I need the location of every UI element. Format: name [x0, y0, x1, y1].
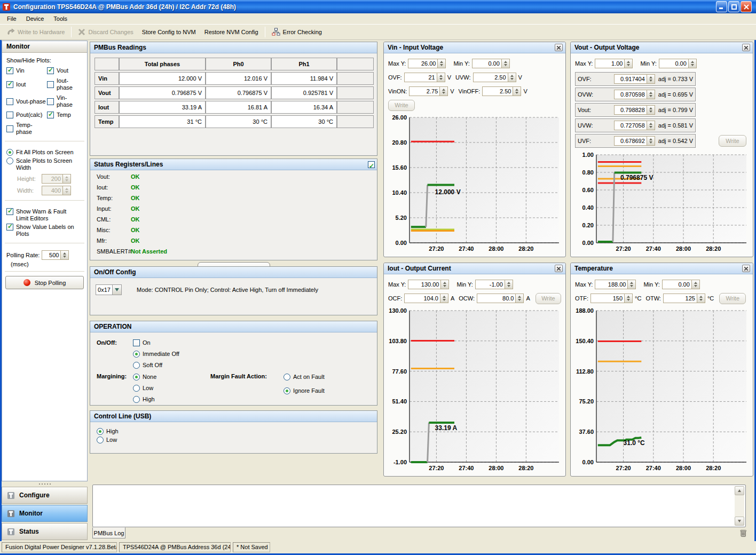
vout-ovf-field[interactable]: 0.917404	[614, 74, 647, 84]
maximize-button[interactable]	[728, 1, 739, 12]
vout-uvw-spinner[interactable]	[647, 121, 655, 130]
vout-min-y-field[interactable]: 0.00	[659, 59, 689, 68]
vout-min-y-spinner[interactable]	[689, 59, 697, 68]
ocw-spinner[interactable]	[516, 294, 524, 303]
restore-nvm-config-button[interactable]: Restore NVM Config	[200, 27, 263, 37]
radio-fit-all-plots[interactable]: Fit All Plots on Screen	[6, 149, 83, 156]
nav-configure[interactable]: Configure	[2, 487, 88, 504]
menu-device[interactable]: Device	[21, 14, 49, 23]
iout-min-y-field[interactable]: -1.00	[475, 280, 505, 289]
iout-write-button[interactable]: Write	[536, 293, 561, 304]
vin-uvw-spinner[interactable]	[508, 73, 516, 82]
checkbox-iout[interactable]: Iout	[6, 77, 46, 91]
width-spinner[interactable]	[63, 186, 71, 195]
checkbox-vin-phase[interactable]: Vin-phase	[47, 94, 83, 108]
radio-control-low[interactable]: Low	[97, 437, 371, 443]
radio-control-high[interactable]: High	[97, 428, 371, 435]
ocf-spinner[interactable]	[440, 294, 448, 303]
otf-spinner[interactable]	[625, 294, 633, 303]
temp-max-y-spinner[interactable]	[628, 280, 636, 289]
minimize-button[interactable]	[716, 1, 727, 12]
otw-spinner[interactable]	[697, 294, 705, 303]
store-config-to-nvm-button[interactable]: Store Config to NVM	[138, 27, 200, 37]
checkbox-temp-phase[interactable]: Temp-phase	[6, 122, 46, 136]
vout-vout-field[interactable]: 0.798828	[614, 105, 647, 115]
otw-field[interactable]: 125	[663, 294, 697, 303]
write-to-hardware-button[interactable]: Write to Hardware	[2, 26, 69, 38]
checkbox-vin[interactable]: Vin	[6, 67, 46, 74]
width-field[interactable]: 400	[42, 186, 63, 195]
radio-ignore-fault[interactable]: Ignore Fault	[284, 387, 325, 394]
nav-status[interactable]: Status	[2, 523, 88, 540]
pmbus-log-box[interactable]	[92, 485, 746, 527]
menu-file[interactable]: File	[2, 14, 21, 23]
vin-write-button[interactable]: Write	[388, 100, 415, 111]
vin-min-y-spinner[interactable]	[502, 59, 510, 68]
vout-ovw-spinner[interactable]	[647, 90, 655, 99]
vinon-spinner[interactable]	[440, 86, 448, 96]
temp-write-button[interactable]: Write	[719, 293, 746, 304]
iout-max-y-field[interactable]: 130.00	[408, 280, 441, 289]
checkbox-vout-phase[interactable]: Vout-phase	[6, 94, 46, 108]
radio-scale-plots[interactable]: Scale Plots to Screen Width	[6, 157, 83, 171]
close-icon[interactable]	[555, 265, 563, 272]
vout-write-button[interactable]: Write	[719, 135, 746, 147]
discard-changes-button[interactable]: Discard Changes	[74, 27, 137, 37]
vout-max-y-spinner[interactable]	[625, 59, 633, 68]
menu-tools[interactable]: Tools	[49, 14, 72, 23]
vout-vout-spinner[interactable]	[647, 105, 655, 115]
vout-ovf-spinner[interactable]	[647, 74, 655, 84]
radio-margining-high[interactable]: High	[133, 396, 155, 403]
checkbox-on[interactable]: On	[133, 339, 151, 346]
checkbox-iout-phase[interactable]: Iout-phase	[47, 77, 83, 91]
polling-rate-spinner[interactable]	[61, 250, 69, 260]
sidebar-splitter-handle[interactable]	[2, 482, 88, 486]
status-registers-checkbox[interactable]	[368, 161, 375, 168]
close-icon[interactable]	[555, 44, 563, 51]
vout-uvf-spinner[interactable]	[647, 136, 655, 146]
log-scrollbar[interactable]	[735, 486, 744, 526]
vinoff-spinner[interactable]	[513, 86, 521, 96]
checkbox-pout-calc[interactable]: Pout(calc)	[6, 112, 46, 118]
vout-ovw-field[interactable]: 0.870598	[614, 90, 647, 99]
otf-field[interactable]: 150	[590, 294, 625, 303]
vout-uvf-field[interactable]: 0.678692	[614, 136, 647, 146]
error-checking-button[interactable]: Error Checking	[267, 26, 326, 38]
radio-margining-none[interactable]: None	[133, 374, 156, 380]
vin-max-y-spinner[interactable]	[438, 59, 446, 68]
ocf-field[interactable]: 104.0	[404, 294, 440, 303]
vinoff-field[interactable]: 2.50	[482, 86, 513, 96]
polling-rate-field[interactable]: 500	[42, 250, 61, 260]
temp-min-y-spinner[interactable]	[692, 280, 700, 289]
trash-icon[interactable]	[739, 529, 747, 537]
vin-ovf-spinner[interactable]	[437, 73, 445, 82]
vin-max-y-field[interactable]: 26.00	[408, 59, 438, 68]
radio-margining-low[interactable]: Low	[133, 385, 153, 392]
temp-max-y-field[interactable]: 188.00	[595, 280, 628, 289]
vin-ovf-field[interactable]: 21	[404, 73, 437, 82]
stop-polling-button[interactable]: Stop Polling	[5, 276, 84, 289]
temp-min-y-field[interactable]: 0.00	[662, 280, 692, 289]
nav-monitor[interactable]: Monitor	[2, 505, 88, 522]
radio-immediate-off[interactable]: Immediate Off	[133, 351, 179, 358]
vin-uvw-field[interactable]: 2.50	[473, 73, 508, 82]
iout-min-y-spinner[interactable]	[505, 280, 513, 289]
checkbox-show-warn-fault-editors[interactable]: Show Warn & Fault Limit Editors	[6, 208, 83, 222]
vinon-field[interactable]: 2.75	[409, 86, 440, 96]
checkbox-show-value-labels[interactable]: Show Value Labels on Plots	[6, 224, 83, 237]
radio-act-on-fault[interactable]: Act on Fault	[284, 374, 325, 380]
onoff-config-select[interactable]: 0x17	[96, 284, 122, 295]
scroll-down-icon[interactable]	[735, 517, 744, 526]
vin-min-y-field[interactable]: 0.00	[472, 59, 502, 68]
checkbox-vout[interactable]: Vout	[47, 67, 83, 74]
close-icon[interactable]	[742, 265, 750, 272]
close-icon[interactable]	[742, 44, 750, 51]
tab-pmbus-log[interactable]: PMBus Log	[92, 527, 125, 538]
vout-uvw-field[interactable]: 0.727058	[614, 121, 647, 130]
checkbox-temp[interactable]: Temp	[47, 112, 83, 118]
scroll-up-icon[interactable]	[735, 486, 744, 495]
radio-soft-off[interactable]: Soft Off	[133, 362, 162, 369]
iout-max-y-spinner[interactable]	[441, 280, 449, 289]
height-field[interactable]: 200	[42, 174, 63, 184]
close-button[interactable]	[741, 1, 752, 12]
